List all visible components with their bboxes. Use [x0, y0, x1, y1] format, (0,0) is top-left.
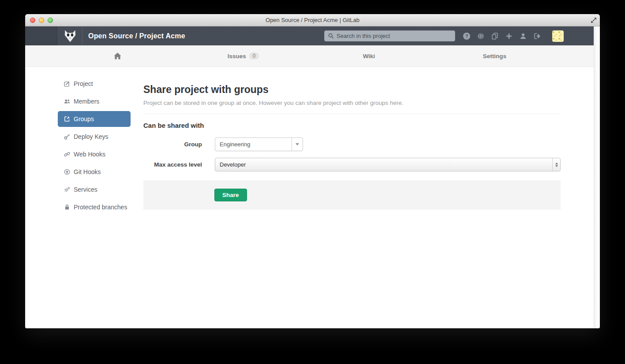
app-window: Open Source / Project Acme | GitLab Open…	[25, 14, 600, 328]
arrow-circle-up-icon	[64, 169, 70, 175]
sidebar-item-label: Git Hooks	[74, 168, 101, 175]
share-button[interactable]: Share	[214, 189, 247, 201]
sidebar-item-label: Web Hooks	[74, 151, 105, 158]
pencil-square-icon	[64, 81, 70, 87]
sidebar-item-label: Protected branches	[74, 204, 127, 211]
settings-sidebar: Project Members Groups	[58, 76, 131, 217]
sidebar-item-label: Deploy Keys	[74, 133, 109, 140]
nav-issues-label: Issues	[228, 53, 246, 59]
sidebar-item-services[interactable]: Services	[58, 182, 131, 197]
max-access-level-select[interactable]: Developer	[215, 158, 561, 171]
group-label: Group	[143, 137, 202, 151]
help-icon[interactable]: ?	[463, 33, 470, 40]
group-select[interactable]: Engineering	[215, 137, 303, 151]
nav-issues[interactable]: Issues 0	[180, 45, 306, 67]
search-icon	[328, 33, 334, 39]
sidebar-item-label: Services	[74, 186, 97, 193]
issues-count-badge: 0	[249, 52, 259, 59]
share-square-icon	[64, 116, 70, 122]
share-project-panel: Share project with groups Project can be…	[143, 84, 561, 210]
project-title: Open Source / Project Acme	[88, 26, 185, 45]
sidebar-item-web-hooks[interactable]: Web Hooks	[58, 146, 131, 162]
max-access-select-value: Developer	[215, 158, 552, 171]
navbar-left-segment	[25, 26, 57, 45]
select-stepper-icon	[552, 158, 560, 171]
user-avatar[interactable]	[552, 30, 564, 42]
project-nav: Issues 0 Wiki Settings	[25, 45, 594, 67]
sidebar-item-label: Project	[74, 80, 93, 87]
sidebar-item-groups[interactable]: Groups	[58, 111, 131, 127]
sidebar-item-protected-branches[interactable]: Protected branches	[58, 199, 131, 215]
sidebar-item-label: Groups	[74, 115, 94, 123]
home-icon	[114, 52, 121, 59]
user-icon[interactable]	[520, 33, 527, 40]
users-icon	[64, 98, 70, 104]
group-select-value: Engineering	[215, 138, 292, 151]
sign-out-icon[interactable]	[534, 33, 541, 40]
chevron-down-icon	[292, 138, 303, 151]
search-input[interactable]	[337, 33, 451, 39]
divider	[143, 114, 561, 114]
lock-icon	[64, 204, 70, 210]
sidebar-item-project[interactable]: Project	[58, 76, 131, 92]
copy-icon[interactable]	[491, 33, 498, 40]
nav-home[interactable]	[55, 45, 180, 67]
fullscreen-icon[interactable]	[591, 17, 597, 23]
sidebar-item-label: Members	[74, 98, 99, 105]
gitlab-logo[interactable]	[58, 26, 82, 45]
group-form-row: Group Engineering	[143, 137, 561, 151]
form-actions: Share	[143, 180, 561, 210]
section-heading: Can be shared with	[143, 122, 561, 129]
content-area: Project Members Groups	[25, 67, 594, 328]
cogs-icon	[64, 186, 70, 193]
sidebar-item-git-hooks[interactable]: Git Hooks	[58, 164, 131, 180]
max-access-label: Max access level	[143, 158, 202, 171]
nav-wiki[interactable]: Wiki	[306, 45, 432, 67]
link-icon	[64, 151, 70, 157]
window-title: Open Source / Project Acme | GitLab	[25, 14, 600, 26]
scrollbar-track[interactable]	[594, 26, 600, 328]
sidebar-item-deploy-keys[interactable]: Deploy Keys	[58, 129, 131, 145]
nav-settings-label: Settings	[483, 53, 506, 59]
nav-settings[interactable]: Settings	[432, 45, 558, 67]
globe-icon[interactable]	[477, 33, 484, 40]
page-title: Share project with groups	[143, 84, 561, 96]
sidebar-item-members[interactable]: Members	[58, 93, 131, 109]
search-box[interactable]	[324, 30, 455, 41]
top-navbar: Open Source / Project Acme ?	[25, 26, 600, 45]
page-description: Project can be stored in one group at on…	[143, 100, 561, 106]
nav-wiki-label: Wiki	[363, 53, 375, 59]
gitlab-fox-icon	[64, 30, 76, 43]
macos-titlebar: Open Source / Project Acme | GitLab	[25, 14, 600, 26]
plus-icon[interactable]	[505, 33, 513, 40]
max-access-form-row: Max access level Developer	[143, 158, 561, 171]
key-icon	[64, 134, 70, 140]
